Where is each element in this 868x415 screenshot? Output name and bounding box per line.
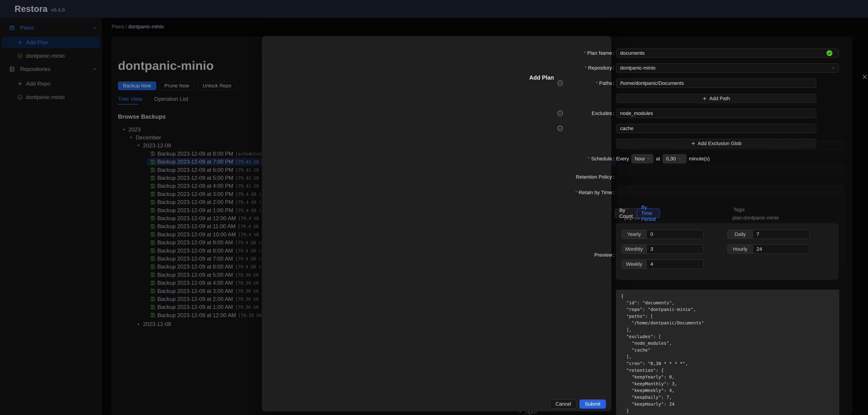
- retain-addon: Daily: [728, 230, 753, 239]
- modal-footer: Cancel Submit: [262, 396, 611, 411]
- schedule-unit-select[interactable]: hour: [631, 154, 653, 164]
- exclude-input[interactable]: [616, 124, 816, 133]
- retain-daily-group: Daily 7: [727, 230, 810, 239]
- schedule-suffix: minute(s): [689, 156, 710, 162]
- add-plan-modal: Add Plan Plan Name: Repository: dontpani…: [262, 36, 611, 411]
- retain-by-time-label: Retain by Time:: [528, 188, 614, 197]
- plus-icon: [691, 141, 695, 146]
- path-input[interactable]: [616, 79, 816, 88]
- radio-by-time-period[interactable]: By Time Period: [637, 209, 660, 218]
- retain-by-time-panel: Yearly 0 Daily 7 Monthly 3 Hourly 24 Wee…: [616, 224, 838, 279]
- retain-monthly-group: Monthly 3: [621, 244, 704, 254]
- retain-addon: Yearly: [622, 230, 647, 239]
- cancel-button[interactable]: Cancel: [550, 399, 576, 409]
- retain-addon: Monthly: [622, 245, 647, 254]
- retain-yearly-group: Yearly 0: [621, 230, 704, 239]
- schedule-row: Every hour at 0,30 minute(s): [616, 154, 710, 164]
- add-exclusion-glob-button[interactable]: Add Exclusion Glob: [616, 139, 816, 148]
- retain-addon: Hourly: [728, 245, 753, 254]
- retain-yearly-input[interactable]: 0: [647, 230, 703, 239]
- schedule-infix: at: [656, 156, 660, 162]
- valid-check-icon: [826, 50, 833, 56]
- plan-name-input[interactable]: [616, 49, 839, 58]
- schedule-prefix: Every: [616, 156, 629, 162]
- repository-select-value: dontpanic-minio: [620, 65, 655, 71]
- submit-button[interactable]: Submit: [580, 399, 606, 409]
- plus-icon: [702, 96, 707, 101]
- repository-select[interactable]: dontpanic-minio: [616, 63, 839, 72]
- retain-weekly-group: Weekly 4: [621, 260, 704, 269]
- retention-policy-radio-group: By Count By Time Period: [615, 209, 660, 218]
- preview-label: Preview:: [528, 250, 614, 260]
- chevron-down-icon: [647, 157, 651, 161]
- retain-addon: Weekly: [622, 260, 647, 269]
- close-icon[interactable]: [862, 74, 868, 80]
- minus-circle-icon[interactable]: [557, 125, 563, 131]
- repository-label: Repository:: [528, 63, 614, 72]
- plan-name-label: Plan Name:: [528, 49, 614, 58]
- retain-weekly-input[interactable]: 4: [647, 260, 703, 269]
- add-path-button[interactable]: Add Path: [616, 94, 816, 103]
- minus-circle-icon[interactable]: [557, 110, 563, 116]
- preview-code: { "id": "documents", "repo": "dontpanic-…: [621, 293, 834, 415]
- excludes-label: Excludes:: [528, 109, 614, 118]
- retain-hourly-group: Hourly 24: [727, 244, 810, 254]
- radio-by-count[interactable]: By Count: [615, 209, 637, 218]
- retention-policy-label: Retention Policy:: [528, 173, 614, 182]
- chevron-down-icon: [678, 157, 682, 161]
- paths-label: Paths:: [528, 79, 614, 88]
- plan-json-preview[interactable]: { "id": "documents", "repo": "dontpanic-…: [616, 290, 839, 415]
- exclude-input[interactable]: [616, 109, 816, 118]
- retain-hourly-input[interactable]: 24: [753, 245, 809, 254]
- schedule-label: Schedule:: [528, 154, 614, 164]
- schedule-minutes-select[interactable]: 0,30: [663, 154, 686, 164]
- chevron-down-icon: [831, 66, 835, 70]
- retain-monthly-input[interactable]: 3: [647, 245, 703, 254]
- minus-circle-icon[interactable]: [557, 80, 563, 86]
- retain-daily-input[interactable]: 7: [753, 230, 809, 239]
